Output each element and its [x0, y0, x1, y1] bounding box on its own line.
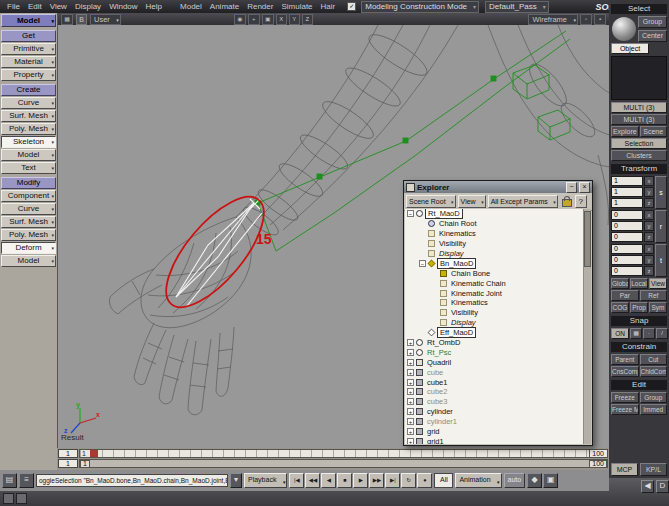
camera-menu[interactable]: User ▾ [90, 14, 121, 25]
snap-grid-icon[interactable]: ▦ [630, 328, 642, 339]
skeleton-button[interactable]: Skeleton▾ [1, 136, 56, 148]
minimize-icon[interactable]: − [566, 182, 577, 193]
tree-item-kinematic-chain[interactable]: Kinematic Chain [405, 278, 585, 288]
axis-x-button[interactable]: X [276, 14, 287, 25]
lock-icon[interactable] [562, 199, 572, 207]
menu-help[interactable]: Help [142, 2, 166, 11]
construction-mode-select[interactable]: Modeling Construction Mode [361, 1, 479, 13]
transform-t-button[interactable]: t [655, 244, 667, 277]
freeze-button[interactable]: Freeze [611, 392, 639, 403]
ref-button[interactable]: Ref [640, 290, 668, 301]
expand-icon[interactable]: + [407, 408, 414, 415]
trackball[interactable] [612, 17, 636, 41]
parent-button[interactable]: Parent [611, 354, 639, 365]
filter-menu[interactable]: All Except Params [488, 195, 558, 208]
poly-mesh-button[interactable]: Poly. Mesh▾ [1, 123, 56, 135]
tree-item-rt-maod[interactable]: −Rt_MaoD [405, 209, 585, 219]
tab-mcp[interactable]: MCP [611, 463, 638, 476]
tree-item-cube1[interactable]: +cube1 [405, 377, 585, 387]
current-frame-field[interactable]: 1 [58, 449, 78, 458]
transform-s-button[interactable]: s [655, 176, 667, 209]
construction-mode-checkbox[interactable]: ✓ [347, 2, 356, 11]
keyframe-icon[interactable]: ◆ [527, 473, 542, 488]
cnscomp-button[interactable]: CnsComp [611, 366, 639, 377]
space-global-button[interactable]: Global [611, 278, 629, 289]
chldcomp-button[interactable]: ChldComp [640, 366, 668, 377]
multi-selection-label-2[interactable]: MULTI (3) [611, 114, 667, 125]
surf-mesh-button[interactable]: Surf. Mesh▾ [1, 216, 56, 228]
expand-command-icon[interactable]: ▾ [230, 473, 242, 488]
space-view-button[interactable]: View [649, 278, 667, 289]
primitive-button[interactable]: Primitive▾ [1, 43, 56, 55]
tree-item-grid[interactable]: +grid [405, 427, 585, 437]
tree-item-display[interactable]: Display [405, 249, 585, 259]
expand-icon[interactable]: + [407, 359, 414, 366]
playback-range-field[interactable]: All [434, 473, 453, 488]
script-command-field[interactable]: oggleSelection "Bn_MaoD.bone,Bn_MaoD.cha… [36, 474, 228, 487]
expand-icon[interactable]: + [407, 369, 414, 376]
menu-file[interactable]: File [3, 2, 24, 11]
expand-icon[interactable]: + [407, 398, 414, 405]
clusters-button[interactable]: Clusters [611, 150, 667, 161]
tree-item-kinematics[interactable]: Kinematics [405, 229, 585, 239]
expand-icon[interactable]: + [407, 388, 414, 395]
tree-item-kinematics[interactable]: Kinematics [405, 298, 585, 308]
prop-button[interactable]: Prop [630, 302, 648, 313]
object-button[interactable]: Object [611, 43, 649, 54]
tree-item-bn-maod[interactable]: −Bn_MaoD [405, 258, 585, 268]
play-icon[interactable]: ▶ [353, 473, 368, 488]
tree-item-cube[interactable]: +cube [405, 367, 585, 377]
immed-button[interactable]: Immed [640, 404, 668, 415]
transform-s-y-field[interactable]: 1 [611, 187, 643, 197]
view-menu[interactable]: View [458, 195, 486, 208]
center-icon[interactable]: + [248, 14, 260, 25]
select-rect-icon[interactable]: ▣ [262, 14, 274, 25]
model-button[interactable]: Model▾ [1, 149, 56, 161]
close-icon[interactable]: × [579, 182, 590, 193]
tree-item-cube2[interactable]: +cube2 [405, 387, 585, 397]
next-keyframe-icon[interactable]: ▶| [385, 473, 400, 488]
collapse-icon[interactable]: − [419, 260, 426, 267]
model-button[interactable]: Model▾ [1, 255, 56, 267]
pass-select[interactable]: Default_Pass [485, 1, 549, 13]
tree-item-visibility[interactable]: Visibility [405, 308, 585, 318]
par-button[interactable]: Par [611, 290, 639, 301]
axis-z-button[interactable]: Z [302, 14, 313, 25]
deform-button[interactable]: Deform▾ [1, 242, 56, 254]
axis-y-button[interactable]: Y [289, 14, 300, 25]
collapse-icon[interactable]: − [407, 210, 414, 217]
transform-t-y-field[interactable]: 0 [611, 255, 643, 265]
multi-selection-label[interactable]: MULTI (3) [611, 102, 667, 113]
playhead[interactable] [90, 450, 98, 457]
selection-list[interactable] [611, 56, 667, 100]
mode-menu-model[interactable]: Model [176, 2, 206, 11]
next-frame-icon[interactable]: ▶▶ [369, 473, 384, 488]
tree-item-quadril[interactable]: +Quadril [405, 357, 585, 367]
transform-t-z-field[interactable]: 0 [611, 266, 643, 276]
mode-menu-animate[interactable]: Animate [206, 2, 243, 11]
tree-item-rt-ombd[interactable]: +Rt_OmbD [405, 338, 585, 348]
range-start-field[interactable]: 1 [58, 459, 78, 468]
minimize-view-icon[interactable]: ▫ [580, 14, 592, 25]
property-button[interactable]: Property▾ [1, 69, 56, 81]
eye-icon[interactable]: ◉ [234, 14, 246, 25]
script-editor-icon[interactable]: ▤ [2, 473, 17, 488]
animation-menu[interactable]: Animation ▾ [455, 473, 501, 488]
maximize-view-icon[interactable]: ▪ [594, 14, 606, 25]
range-end-handle[interactable]: 100 [589, 460, 607, 468]
shading-menu[interactable]: Wireframe ▾ [528, 14, 578, 25]
record-icon[interactable]: ● [417, 473, 432, 488]
mode-menu-hair[interactable]: Hair [317, 2, 340, 11]
transform-t-x-field[interactable]: 0 [611, 244, 643, 254]
transform-r-z-field[interactable]: 0 [611, 232, 643, 242]
autokey-toggle[interactable]: auto [504, 473, 526, 488]
tree-item-cube3[interactable]: +cube3 [405, 397, 585, 407]
constrain-header[interactable]: Constrain [611, 342, 667, 352]
expand-icon[interactable]: + [407, 418, 414, 425]
toolbar-title-menu[interactable]: Model ▾ [1, 14, 56, 27]
mode-menu-simulate[interactable]: Simulate [277, 2, 316, 11]
transform-r-y-field[interactable]: 0 [611, 221, 643, 231]
menu-display[interactable]: Display [71, 2, 105, 11]
curve-button[interactable]: Curve▾ [1, 203, 56, 215]
selection-button[interactable]: Selection [611, 138, 667, 149]
